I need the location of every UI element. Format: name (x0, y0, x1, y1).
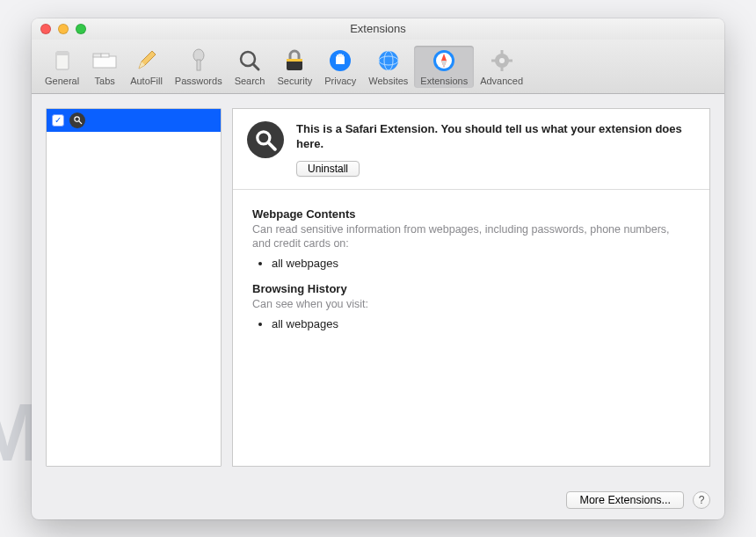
gear-icon (489, 47, 515, 74)
titlebar: Extensions (32, 18, 724, 40)
tab-label: AutoFill (130, 76, 163, 86)
tab-websites[interactable]: Websites (362, 46, 414, 88)
svg-rect-24 (500, 67, 503, 71)
extension-description: This is a Safari Extension. You should t… (296, 121, 695, 152)
tab-label: Advanced (480, 76, 523, 86)
permissions-section: Webpage Contents Can read sensitive info… (233, 190, 709, 361)
preferences-window: Extensions General Tabs AutoFill Passw (32, 18, 724, 519)
browsing-history-desc: Can see when you visit: (252, 297, 690, 312)
content-area: ✓ This is a Safari Extension. You should… (32, 94, 724, 481)
tab-extensions[interactable]: Extensions (414, 46, 474, 88)
svg-rect-1 (56, 52, 69, 55)
hand-icon (327, 47, 353, 74)
tab-general[interactable]: General (39, 46, 85, 88)
globe-icon (375, 47, 402, 74)
compass-icon (431, 47, 457, 74)
webpage-contents-heading: Webpage Contents (252, 207, 690, 221)
more-extensions-button[interactable]: More Extensions... (566, 491, 684, 509)
extension-icon (247, 121, 284, 158)
tab-label: Websites (368, 76, 408, 86)
svg-rect-4 (101, 54, 109, 57)
svg-point-22 (499, 58, 505, 63)
browsing-history-heading: Browsing History (252, 282, 690, 295)
pencil-icon (133, 47, 159, 74)
tab-label: Passwords (175, 76, 222, 86)
svg-point-14 (379, 51, 398, 70)
extension-header: This is a Safari Extension. You should t… (233, 109, 709, 190)
preferences-toolbar: General Tabs AutoFill Passwords Search (32, 40, 724, 94)
webpage-contents-desc: Can read sensitive information from webp… (252, 222, 690, 252)
tab-label: General (45, 76, 79, 86)
extension-enabled-checkbox[interactable]: ✓ (52, 114, 64, 127)
tab-security[interactable]: Security (271, 46, 318, 88)
tab-passwords[interactable]: Passwords (169, 46, 229, 88)
tabs-icon (91, 47, 118, 74)
window-title: Extensions (32, 22, 724, 35)
svg-line-30 (268, 142, 275, 149)
tab-autofill[interactable]: AutoFill (124, 46, 169, 88)
svg-rect-12 (287, 59, 302, 62)
svg-rect-3 (93, 54, 101, 57)
tab-label: Security (277, 76, 312, 86)
key-icon (185, 47, 212, 74)
extensions-sidebar: ✓ (46, 108, 222, 467)
extension-details-panel: This is a Safari Extension. You should t… (232, 108, 710, 467)
lock-icon (281, 47, 308, 74)
svg-line-10 (253, 64, 258, 69)
history-permission-item: all webpages (272, 317, 690, 330)
tab-tabs[interactable]: Tabs (85, 46, 124, 88)
tab-advanced[interactable]: Advanced (474, 46, 529, 88)
help-button[interactable]: ? (693, 491, 710, 509)
svg-line-28 (78, 121, 81, 124)
sidebar-extension-item[interactable]: ✓ (47, 109, 221, 132)
svg-rect-8 (197, 60, 200, 70)
search-icon (236, 47, 263, 74)
tab-search[interactable]: Search (229, 46, 272, 88)
extension-item-icon (69, 112, 85, 128)
tab-label: Tabs (95, 76, 115, 86)
svg-rect-26 (508, 60, 512, 62)
webpage-permission-item: all webpages (272, 257, 690, 270)
tab-label: Privacy (324, 76, 356, 86)
svg-rect-25 (491, 60, 496, 62)
footer: More Extensions... ? (32, 481, 724, 519)
tab-privacy[interactable]: Privacy (318, 46, 362, 88)
tab-label: Search (235, 76, 265, 86)
general-icon (49, 47, 76, 74)
svg-rect-23 (500, 50, 503, 54)
uninstall-button[interactable]: Uninstall (296, 161, 360, 177)
svg-rect-2 (93, 56, 116, 68)
tab-label: Extensions (420, 76, 468, 86)
